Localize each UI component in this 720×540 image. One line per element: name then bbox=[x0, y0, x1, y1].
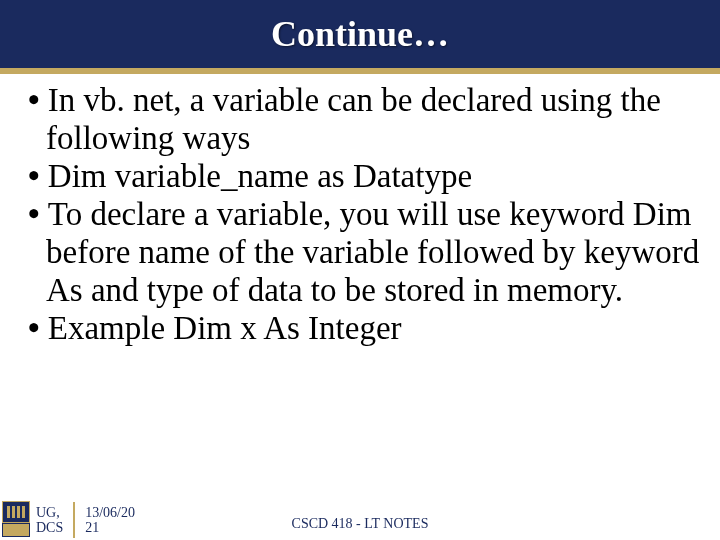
footer-date-line: 21 bbox=[85, 520, 135, 535]
bullet-item: In vb. net, a variable can be declared u… bbox=[28, 82, 700, 158]
slide-content: In vb. net, a variable can be declared u… bbox=[0, 74, 720, 348]
footer-org-line: DCS bbox=[36, 520, 63, 535]
slide-title: Continue… bbox=[271, 13, 449, 55]
footer-org: UG, DCS bbox=[36, 505, 63, 536]
footer-date: 13/06/20 21 bbox=[85, 505, 135, 536]
slide-footer: UG, DCS 13/06/20 21 CSCD 418 - LT NOTES bbox=[0, 500, 720, 540]
university-logo-icon bbox=[2, 501, 32, 539]
bullet-item: Example Dim x As Integer bbox=[28, 310, 700, 348]
footer-divider bbox=[73, 502, 75, 538]
footer-course-code: CSCD 418 - LT NOTES bbox=[292, 516, 429, 532]
slide-header: Continue… bbox=[0, 0, 720, 68]
bullet-item: Dim variable_name as Datatype bbox=[28, 158, 700, 196]
footer-org-line: UG, bbox=[36, 505, 63, 520]
bullet-item: To declare a variable, you will use keyw… bbox=[28, 196, 700, 310]
footer-date-line: 13/06/20 bbox=[85, 505, 135, 520]
